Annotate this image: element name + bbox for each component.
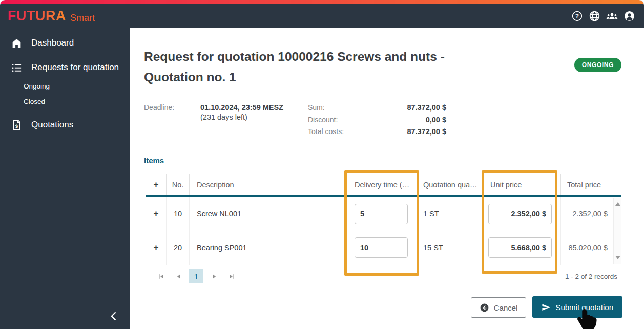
row-total-price: 2.352,00 $: [561, 197, 612, 231]
row-expand-button[interactable]: +: [146, 231, 167, 265]
main-content: Request for quotation 10000216 Screws an…: [130, 28, 644, 329]
brand-logo-suffix: Smart: [70, 13, 95, 24]
expand-all-button[interactable]: +: [146, 174, 167, 195]
column-header-delivery-time[interactable]: Delivery time (…: [348, 174, 420, 195]
column-header-no[interactable]: No.: [167, 174, 190, 195]
quotation-document-icon: $: [11, 119, 23, 131]
last-page-icon: [228, 273, 236, 280]
table-scrollbar[interactable]: [613, 198, 621, 264]
deadline-value: 01.10.2024, 23:59 MESZ: [200, 103, 283, 112]
app-window: FUTURA Smart ? Dashboard Req: [0, 0, 644, 329]
language-icon[interactable]: [588, 10, 601, 23]
next-page-button[interactable]: [207, 270, 221, 283]
row-total-price: 85.020,00 $: [561, 231, 612, 265]
total-costs-label: Total costs:: [308, 127, 344, 136]
next-page-icon: [211, 273, 218, 280]
table-pagination: 1 1 - 2 of 2 records: [146, 265, 621, 288]
brand-logo: FUTURA: [8, 8, 66, 24]
submit-button-label: Submit quotation: [555, 303, 613, 312]
deadline-label: Deadline:: [144, 103, 200, 121]
sidebar-nav: Dashboard Requests for quotation Ongoing…: [0, 28, 130, 136]
row-quotation-quantity: 15 ST: [420, 231, 484, 265]
sidebar-subitem-ongoing[interactable]: Ongoing: [0, 78, 130, 94]
delivery-time-input[interactable]: [355, 204, 408, 224]
sidebar-subitem-label: Closed: [24, 98, 45, 105]
account-icon[interactable]: [623, 10, 636, 23]
discount-value: 0,00 $: [426, 116, 446, 124]
summary-block: Sum: 87.372,00 $ Discount: 0,00 $ Total …: [308, 103, 446, 140]
sidebar: Dashboard Requests for quotation Ongoing…: [0, 28, 130, 329]
help-icon[interactable]: ?: [571, 10, 584, 23]
sidebar-collapse-button[interactable]: [108, 311, 121, 324]
row-quotation-quantity: 1 ST: [420, 197, 484, 231]
cancel-button[interactable]: Cancel: [471, 297, 527, 318]
user-groups-icon[interactable]: [606, 10, 618, 23]
deadline-days-left: (231 days left): [200, 113, 283, 121]
sidebar-item-label: Requests for quotation: [31, 62, 119, 73]
submit-quotation-button[interactable]: Submit quotation: [532, 296, 622, 318]
sidebar-subitem-label: Ongoing: [24, 82, 50, 90]
svg-text:?: ?: [575, 13, 579, 20]
sidebar-item-label: Dashboard: [31, 38, 74, 48]
column-header-unit-price[interactable]: Unit price: [484, 174, 561, 195]
current-page-button[interactable]: 1: [189, 269, 203, 283]
row-expand-button[interactable]: +: [146, 197, 167, 231]
column-header-total-price[interactable]: Total price: [561, 174, 612, 195]
previous-page-icon: [175, 273, 182, 280]
items-section-heading: Items: [144, 156, 164, 165]
home-icon: [11, 37, 23, 49]
sum-label: Sum:: [308, 103, 325, 112]
discount-label: Discount:: [308, 116, 338, 124]
column-header-description[interactable]: Description: [190, 174, 348, 195]
table-body: + 10 Screw NL001 1 ST 2.352,00 $ + 20 Be…: [146, 197, 621, 265]
first-page-icon: [157, 273, 165, 280]
previous-page-button[interactable]: [172, 270, 185, 283]
table-row: + 10 Screw NL001 1 ST 2.352,00 $: [146, 197, 612, 231]
unit-price-input[interactable]: [488, 204, 552, 224]
paper-plane-icon: [542, 303, 550, 312]
row-description: Bearing SP001: [190, 231, 348, 265]
records-count: 1 - 2 of 2 records: [565, 273, 621, 280]
sidebar-item-requests-for-quotation[interactable]: Requests for quotation: [0, 57, 130, 78]
last-page-button[interactable]: [225, 270, 238, 283]
first-page-button[interactable]: [154, 270, 168, 283]
back-arrow-icon: [480, 303, 489, 313]
section-divider: [134, 146, 640, 146]
page-title: Request for quotation 10000216 Screws an…: [144, 47, 503, 87]
scroll-down-icon[interactable]: [615, 256, 620, 259]
sidebar-subitem-closed[interactable]: Closed: [0, 94, 130, 109]
row-description: Screw NL001: [190, 197, 348, 231]
sidebar-item-dashboard[interactable]: Dashboard: [0, 32, 130, 54]
list-icon: [11, 62, 23, 74]
delivery-time-input[interactable]: [355, 237, 408, 258]
table-header-row: + No. Description Delivery time (… Quota…: [146, 174, 621, 197]
status-badge: ONGOING: [574, 58, 621, 72]
row-no: 10: [167, 197, 190, 231]
sidebar-item-label: Quotations: [31, 120, 73, 130]
table-row: + 20 Bearing SP001 15 ST 85.020,00 $: [146, 231, 612, 265]
row-no: 20: [167, 231, 190, 265]
sum-value: 87.372,00 $: [407, 103, 446, 112]
cancel-button-label: Cancel: [494, 303, 518, 312]
column-header-quotation-quantity[interactable]: Quotation qua…: [420, 174, 484, 195]
top-header: FUTURA Smart ?: [0, 4, 644, 28]
chevron-left-icon: [108, 311, 119, 322]
header-icons: ?: [571, 10, 636, 23]
unit-price-input[interactable]: [488, 237, 552, 258]
items-table: + No. Description Delivery time (… Quota…: [146, 174, 621, 288]
action-buttons: Cancel Submit quotation: [471, 296, 622, 318]
sidebar-item-quotations[interactable]: $ Quotations: [0, 114, 130, 136]
footer-divider: [134, 293, 640, 293]
svg-text:$: $: [15, 123, 18, 129]
scroll-up-icon[interactable]: [615, 202, 620, 206]
total-costs-value: 87.372,00 $: [407, 127, 446, 136]
deadline-block: Deadline: 01.10.2024, 23:59 MESZ (231 da…: [144, 103, 283, 121]
brand-gradient-bar: [0, 0, 644, 4]
